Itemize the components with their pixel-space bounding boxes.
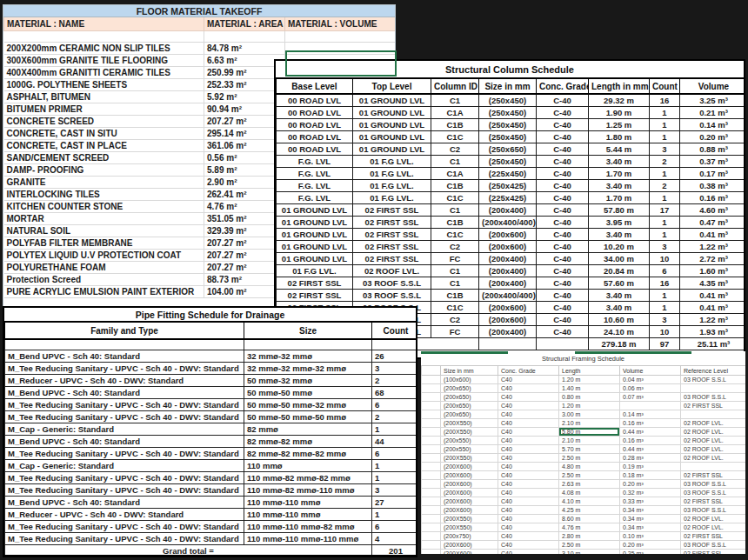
cell[interactable]: C1C xyxy=(431,192,479,204)
cell[interactable] xyxy=(422,437,441,445)
cell[interactable]: (200x550) xyxy=(441,445,498,454)
cell[interactable]: 0.20 m³ xyxy=(680,131,746,143)
cell[interactable]: 110 mmø xyxy=(244,459,372,471)
cell[interactable]: 4.08 m xyxy=(559,489,620,497)
cell[interactable]: 03 ROOF S.S.L xyxy=(353,277,431,290)
cell[interactable]: 03 ROOF S.S.L xyxy=(353,290,431,302)
cell[interactable]: C-40 xyxy=(537,107,589,119)
cell[interactable] xyxy=(422,523,441,532)
cell[interactable]: 0.20 m³ xyxy=(620,541,681,550)
cell[interactable]: C2 xyxy=(431,143,479,156)
column-header-cell[interactable]: MATERIAL : AREA xyxy=(204,17,285,30)
cell[interactable]: 3.40 m xyxy=(589,156,650,168)
cell[interactable]: (200X600) xyxy=(441,541,498,550)
cell[interactable]: (200x400/400) xyxy=(479,217,537,229)
cell[interactable]: 3.40 m xyxy=(589,302,650,314)
cell[interactable]: 0.16 m³ xyxy=(620,419,681,428)
cell[interactable]: 02 FIRST SSL xyxy=(681,550,746,555)
cell[interactable]: C-40 xyxy=(537,290,589,302)
cell[interactable] xyxy=(422,445,441,454)
cell[interactable]: 3.25 m³ xyxy=(680,94,746,107)
cell[interactable]: 01 F.G LVL. xyxy=(277,265,353,277)
cell[interactable]: 02 FIRST SSL xyxy=(353,241,431,253)
cell[interactable] xyxy=(681,384,746,393)
cell[interactable]: C-40 xyxy=(537,204,589,217)
cell[interactable]: 6 xyxy=(650,265,680,277)
cell[interactable]: (200x400) xyxy=(479,204,537,217)
cell[interactable]: (100x600) xyxy=(441,376,498,384)
cell[interactable]: (250x425) xyxy=(479,180,537,192)
cell[interactable]: 16 xyxy=(650,94,680,107)
cell[interactable]: 02 FIRST SSL xyxy=(681,497,746,506)
cell[interactable]: 02 FIRST SSL xyxy=(353,204,431,217)
cell[interactable]: DAMP- PROOFING xyxy=(4,163,204,176)
cell[interactable]: 24.10 m xyxy=(589,326,650,338)
cell[interactable]: 68 xyxy=(372,386,418,398)
cell[interactable]: INTERLOCKING TILES xyxy=(4,188,204,200)
cell[interactable]: 207.27 m² xyxy=(204,261,285,273)
cell[interactable] xyxy=(4,30,204,42)
cell[interactable]: 0.16 m³ xyxy=(680,192,746,204)
cell[interactable]: C1 xyxy=(431,94,479,107)
column-header-cell[interactable]: Base Level xyxy=(277,79,353,94)
cell[interactable] xyxy=(422,506,441,515)
cell[interactable]: 2.10 m xyxy=(559,419,620,428)
cell[interactable] xyxy=(244,339,372,350)
column-header-cell[interactable]: Top Level xyxy=(353,79,431,94)
cell[interactable] xyxy=(422,376,441,384)
cell[interactable]: 0.28 m³ xyxy=(620,454,681,463)
cell[interactable]: C1B xyxy=(431,180,479,192)
column-header-cell[interactable]: Count xyxy=(372,323,418,339)
cell[interactable]: 1 xyxy=(650,107,680,119)
cell[interactable]: C1B xyxy=(431,290,479,302)
cell[interactable]: 00 ROAD LVL xyxy=(277,143,353,156)
column-header-cell[interactable]: Count xyxy=(650,79,680,94)
cell[interactable]: 02 ROOF LVL. xyxy=(681,515,746,523)
cell[interactable]: C-40 xyxy=(537,241,589,253)
cell[interactable]: 3 xyxy=(650,143,680,156)
cell[interactable]: 1 xyxy=(372,508,418,520)
column-header-cell[interactable]: Length in mm xyxy=(589,79,650,94)
cell[interactable]: (200X600) xyxy=(441,497,498,506)
cell[interactable]: C-40 xyxy=(537,180,589,192)
cell[interactable]: 90.94 m² xyxy=(204,103,285,115)
cell[interactable]: M_Tee Reducing Sanitary - UPVC - Sch 40 … xyxy=(5,362,244,374)
cell[interactable]: M_Tee Reducing Sanitary - UPVC - Sch 40 … xyxy=(5,471,244,483)
cell[interactable]: 6 xyxy=(372,398,418,410)
cell[interactable]: C-40 xyxy=(537,168,589,180)
cell[interactable]: KITCHEN COUNTER STONE xyxy=(4,200,204,212)
cell[interactable]: 2.63 m xyxy=(559,480,620,489)
cell[interactable]: 02 ROOF LVL. xyxy=(681,437,746,445)
cell[interactable] xyxy=(285,30,397,42)
cell[interactable]: (200X550) xyxy=(441,419,498,428)
cell[interactable]: M_Bend UPVC - Sch 40: Standard xyxy=(5,350,244,362)
cell[interactable]: C40 xyxy=(498,480,559,489)
cell[interactable]: 0.47 m³ xyxy=(680,217,746,229)
cell[interactable]: 1 xyxy=(650,168,680,180)
cell[interactable]: 0.33 m³ xyxy=(620,497,681,506)
cell[interactable]: 1 xyxy=(372,471,418,483)
cell[interactable]: C40 xyxy=(498,550,559,555)
cell[interactable]: 0.16 m³ xyxy=(620,437,681,445)
cell[interactable]: 01 F.G LVL. xyxy=(353,156,431,168)
cell[interactable]: (200x650) xyxy=(441,410,498,419)
cell[interactable]: 4.76 m xyxy=(559,523,620,532)
cell[interactable]: 3.40 m xyxy=(589,290,650,302)
cell[interactable]: 110 mmø-110 mmø xyxy=(244,508,372,520)
cell[interactable]: 44 xyxy=(372,435,418,447)
cell[interactable]: 3 xyxy=(650,241,680,253)
cell[interactable]: C-40 xyxy=(537,143,589,156)
cell[interactable] xyxy=(422,471,441,480)
cell[interactable]: 01 GROUND LVL xyxy=(353,94,431,107)
cell[interactable]: C40 xyxy=(498,506,559,515)
cell[interactable] xyxy=(681,463,746,471)
cell[interactable]: 01 GROUND LVL xyxy=(277,241,353,253)
cell[interactable]: M_Tee Reducing Sanitary - UPVC - Sch 40 … xyxy=(5,447,244,459)
cell[interactable]: (200x550) xyxy=(441,437,498,445)
cell[interactable]: F.G. LVL xyxy=(277,192,353,204)
cell[interactable]: (250x450) xyxy=(479,156,537,168)
cell[interactable]: 1 xyxy=(650,192,680,204)
cell[interactable]: 4 xyxy=(372,532,418,544)
cell[interactable]: 1.20 m xyxy=(559,376,620,384)
cell[interactable]: 57.80 m xyxy=(589,204,650,217)
